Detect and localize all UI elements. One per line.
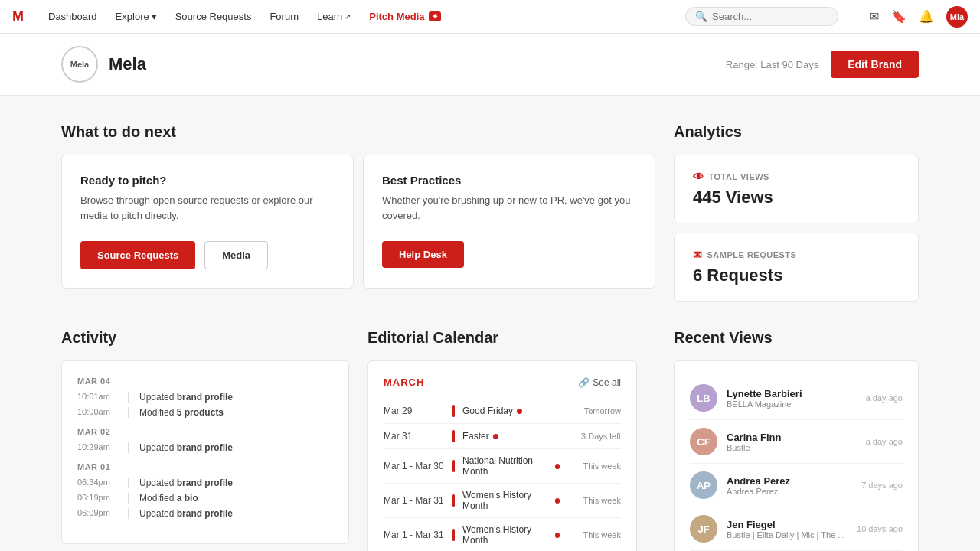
recent-viewer-info: Andrea Perez Andrea Perez bbox=[727, 475, 852, 496]
activity-item: 10:29am Updated brand profile bbox=[77, 442, 333, 453]
recent-viewer-info: Lynette Barbieri BELLA Magazine bbox=[727, 388, 857, 409]
help-desk-button[interactable]: Help Desk bbox=[382, 241, 464, 268]
user-avatar[interactable]: Mla bbox=[946, 6, 968, 28]
pitch-card: Ready to pitch? Browse through open sour… bbox=[61, 155, 354, 289]
recent-view-item: LB Lynette Barbieri BELLA Magazine a day… bbox=[690, 377, 903, 420]
recent-views-card: LB Lynette Barbieri BELLA Magazine a day… bbox=[674, 360, 919, 551]
nav-source-requests[interactable]: Source Requests bbox=[175, 11, 252, 22]
date-label-mar01: MAR 01 bbox=[77, 462, 333, 471]
calendar-link-icon: 🔗 bbox=[578, 377, 590, 388]
editorial-event-row: Mar 31 Easter 3 Days left bbox=[384, 424, 621, 449]
nav-explore[interactable]: Explore ▾ bbox=[116, 11, 157, 22]
brand-header-right: Range: Last 90 Days Edit Brand bbox=[726, 51, 919, 78]
activity-section: Activity MAR 04 10:01am Updated brand pr… bbox=[61, 329, 358, 551]
date-label-mar02: MAR 02 bbox=[77, 427, 333, 436]
search-bar[interactable]: 🔍 bbox=[685, 7, 838, 26]
recent-view-item: AP Andrea Perez Andrea Perez 7 days ago bbox=[690, 464, 903, 507]
editorial-header: MARCH 🔗 See all bbox=[384, 377, 621, 388]
search-input[interactable] bbox=[712, 11, 828, 22]
avatar-andrea: AP bbox=[690, 471, 717, 499]
brand-logo: Mela bbox=[61, 46, 98, 83]
activity-item: 10:00am Modified 5 products bbox=[77, 407, 333, 418]
new-badge-icon: ✦ bbox=[429, 11, 441, 21]
activity-group-mar01: MAR 01 06:34pm Updated brand profile 06:… bbox=[77, 462, 333, 519]
activity-item: 10:01am Updated brand profile bbox=[77, 392, 333, 403]
sample-requests-card: ✉ SAMPLE REQUESTS 6 Requests bbox=[674, 233, 919, 302]
eye-icon: 👁 bbox=[693, 171, 704, 183]
pitch-card-text: Browse through open source requests or e… bbox=[80, 193, 335, 223]
dot-icon bbox=[493, 434, 498, 439]
recent-view-item: CF Carina Finn Bustle a day ago bbox=[690, 420, 903, 464]
editorial-event-row: Mar 1 - Mar 31 Women's History Month Thi… bbox=[384, 518, 621, 551]
activity-item: 06:19pm Modified a bio bbox=[77, 493, 333, 504]
editorial-month: MARCH bbox=[384, 377, 424, 388]
brand-header: Mela Mela Range: Last 90 Days Edit Brand bbox=[0, 34, 980, 96]
search-icon: 🔍 bbox=[695, 11, 707, 22]
recent-views-section: Recent Views LB Lynette Barbieri BELLA M… bbox=[674, 329, 919, 551]
sample-requests-value: 6 Requests bbox=[693, 266, 900, 285]
recent-viewer-info: Carina Finn Bustle bbox=[727, 432, 857, 452]
edit-brand-button[interactable]: Edit Brand bbox=[831, 51, 919, 78]
source-requests-button[interactable]: Source Requests bbox=[80, 241, 195, 269]
best-practices-title: Best Practices bbox=[382, 174, 636, 187]
nav-pitch-media[interactable]: Pitch Media ✦ bbox=[369, 11, 441, 22]
mail-analytics-icon: ✉ bbox=[693, 249, 703, 261]
analytics-title: Analytics bbox=[674, 123, 919, 141]
total-views-value: 445 Views bbox=[693, 187, 900, 207]
nav-forum[interactable]: Forum bbox=[270, 11, 299, 22]
editorial-event-row: Mar 1 - Mar 30 National Nutrition Month … bbox=[384, 449, 621, 484]
recent-views-title: Recent Views bbox=[674, 329, 919, 347]
best-practices-card: Best Practices Whether you're brushing u… bbox=[363, 155, 655, 289]
mail-nav-icon[interactable]: ✉ bbox=[869, 9, 879, 24]
editorial-section: Editorial Calendar MARCH 🔗 See all Mar 2… bbox=[368, 329, 655, 551]
best-practices-actions: Help Desk bbox=[382, 241, 636, 268]
recent-viewer-info: Jen Fiegel Bustle | Elite Daily | Mic | … bbox=[727, 519, 848, 540]
see-all-button[interactable]: 🔗 See all bbox=[578, 377, 621, 388]
activity-item: 06:34pm Updated brand profile bbox=[77, 478, 333, 488]
editorial-event-row: Mar 29 Good Friday Tomorrow bbox=[384, 399, 621, 424]
editorial-event-row: Mar 1 - Mar 31 Women's History Month Thi… bbox=[384, 484, 621, 518]
editorial-title: Editorial Calendar bbox=[368, 329, 655, 347]
avatar-carina: CF bbox=[690, 428, 717, 455]
brand-name: Mela bbox=[109, 54, 146, 74]
activity-group-mar04: MAR 04 10:01am Updated brand profile 10:… bbox=[77, 377, 333, 418]
activity-item: 06:09pm Updated brand profile bbox=[77, 508, 333, 519]
nav-dashboard[interactable]: Dashboard bbox=[48, 11, 97, 22]
pitch-card-actions: Source Requests Media bbox=[80, 241, 335, 269]
navigation: M Dashboard Explore ▾ Source Requests Fo… bbox=[0, 0, 980, 34]
total-views-card: 👁 TOTAL VIEWS 445 Views bbox=[674, 155, 919, 223]
nav-learn[interactable]: Learn ↗ bbox=[317, 11, 351, 22]
total-views-label: 👁 TOTAL VIEWS bbox=[693, 171, 900, 183]
media-button[interactable]: Media bbox=[204, 241, 268, 269]
best-practices-text: Whether you're brushing up or new to PR,… bbox=[382, 193, 636, 223]
chevron-down-icon: ▾ bbox=[152, 11, 157, 22]
what-to-do-section: What to do next Ready to pitch? Browse t… bbox=[61, 123, 655, 302]
main-content: What to do next Ready to pitch? Browse t… bbox=[0, 96, 980, 551]
analytics-cards: 👁 TOTAL VIEWS 445 Views ✉ SAMPLE REQUEST… bbox=[674, 155, 919, 302]
sample-requests-label: ✉ SAMPLE REQUESTS bbox=[693, 249, 900, 261]
recent-view-item: JF Jen Fiegel Bustle | Elite Daily | Mic… bbox=[690, 507, 903, 551]
pitch-card-title: Ready to pitch? bbox=[80, 174, 335, 187]
avatar-lynette: LB bbox=[690, 384, 717, 412]
editorial-card: MARCH 🔗 See all Mar 29 Good Friday Tomor… bbox=[368, 360, 637, 551]
logo: M bbox=[12, 8, 24, 24]
date-range: Range: Last 90 Days bbox=[726, 59, 818, 70]
activity-title: Activity bbox=[61, 329, 358, 347]
bottom-row: Activity MAR 04 10:01am Updated brand pr… bbox=[61, 329, 919, 551]
avatar-jen: JF bbox=[690, 515, 717, 543]
activity-card: MAR 04 10:01am Updated brand profile 10:… bbox=[61, 360, 349, 544]
dot-icon bbox=[517, 409, 522, 414]
analytics-section: Analytics 👁 TOTAL VIEWS 445 Views ✉ SAMP… bbox=[674, 123, 919, 302]
what-to-do-title: What to do next bbox=[61, 123, 655, 141]
external-link-icon: ↗ bbox=[345, 12, 351, 21]
date-label-mar04: MAR 04 bbox=[77, 377, 333, 386]
activity-group-mar02: MAR 02 10:29am Updated brand profile bbox=[77, 427, 333, 453]
bookmark-icon[interactable]: 🔖 bbox=[891, 9, 906, 24]
bell-icon[interactable]: 🔔 bbox=[919, 9, 934, 24]
nav-icon-group: ✉ 🔖 🔔 Mla bbox=[869, 6, 968, 28]
